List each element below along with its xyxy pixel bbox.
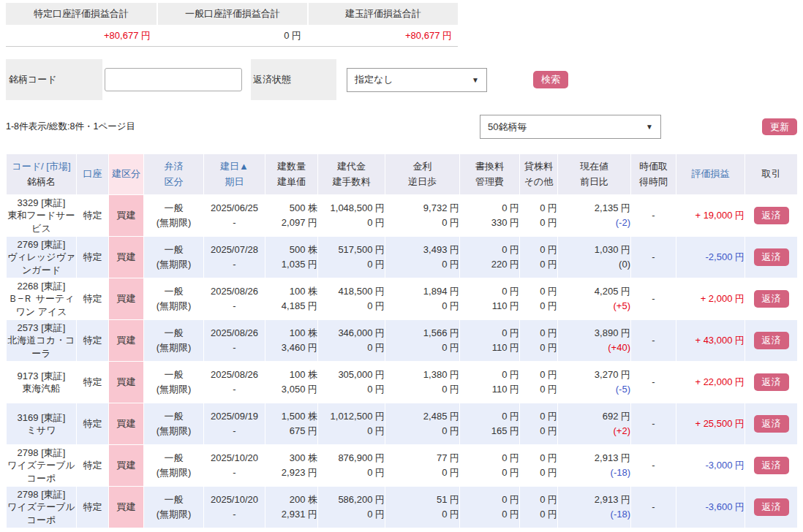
repay-button[interactable]: 返済 xyxy=(754,248,789,266)
repay-term: (無期限) xyxy=(144,466,203,480)
col-header-pl[interactable]: 評価損益 xyxy=(676,154,745,195)
stock-code-input[interactable] xyxy=(105,68,242,91)
repay-type: 一般 xyxy=(144,243,203,257)
cell-open-date: 2025/08/26- xyxy=(204,362,265,403)
unit-price: 3,050 円 xyxy=(265,382,317,397)
account: 特定 xyxy=(77,292,108,306)
cell-interest: 2,485 円0 円 xyxy=(385,403,460,445)
name: 東海汽船 xyxy=(7,382,76,395)
due-date: - xyxy=(204,424,265,438)
page-size-select[interactable]: 50銘柄毎 ▼ xyxy=(480,115,661,139)
cell-account: 特定 xyxy=(77,278,109,320)
repay-button[interactable]: 返済 xyxy=(754,373,789,391)
cell-rewrite-fee: 0 円330 円 xyxy=(460,195,520,237)
gyakuhibu: 0 円 xyxy=(385,507,459,522)
cell-trade: 返済 xyxy=(745,195,798,237)
unit-price: 3,460 円 xyxy=(265,341,317,355)
col-header-account[interactable]: 口座 xyxy=(77,154,109,195)
col-header-current-price-label: 現在値 xyxy=(558,159,630,175)
name: ワイズテーブルコーポ xyxy=(7,501,76,526)
amount: 418,500 円 xyxy=(318,284,385,299)
unit-price: 2,923 円 xyxy=(265,466,317,480)
col-header-repayment-type-label: 弁済 xyxy=(144,159,203,175)
current-price: 3,890 円 xyxy=(558,326,630,341)
cell-lending-fee: 0 円0 円 xyxy=(520,278,558,320)
day-change: (-5) xyxy=(558,382,630,397)
gyakuhibu: 0 円 xyxy=(385,466,459,480)
cell-position-type: 買建 xyxy=(109,320,144,362)
due-date: - xyxy=(204,257,265,272)
repay-status-select[interactable]: 指定なし ▼ xyxy=(347,68,487,92)
kashikabu: 0 円 xyxy=(520,451,557,466)
commission: 0 円 xyxy=(318,507,385,522)
cell-rewrite-fee: 0 円165 円 xyxy=(460,403,520,445)
qty: 500 株 xyxy=(265,201,317,216)
col-header-position-type[interactable]: 建区分 xyxy=(109,154,144,195)
kanrihi: 0 円 xyxy=(460,507,519,522)
open-date: 2025/09/19 xyxy=(204,409,265,424)
commission: 0 円 xyxy=(318,257,385,272)
col-header-repayment-type[interactable]: 弁済区分 xyxy=(144,154,204,195)
position: 買建 xyxy=(109,250,143,265)
position: 買建 xyxy=(109,333,143,348)
kakikae: 0 円 xyxy=(460,493,519,507)
cell-quantity-unitprice: 100 株4,185 円 xyxy=(265,278,318,320)
code: 2573 [東証] xyxy=(7,322,76,334)
amount: 586,200 円 xyxy=(318,493,385,507)
table-header-row: コード/ [市場]銘柄名口座建区分弁済区分建日▲期日建数量建単価建代金建手数料金… xyxy=(7,154,798,195)
cell-account: 特定 xyxy=(77,195,109,237)
code: 2798 [東証] xyxy=(7,488,76,501)
col-header-interest-label2: 逆日歩 xyxy=(385,175,459,190)
cell-pl: + 43,000 円 xyxy=(676,320,745,362)
cell-rewrite-fee: 0 円110 円 xyxy=(460,362,520,403)
col-header-amount-fee: 建代金建手数料 xyxy=(318,154,385,195)
cell-repayment-type: 一般(無期限) xyxy=(144,195,204,237)
repay-button[interactable]: 返済 xyxy=(754,498,789,516)
cell-trade: 返済 xyxy=(745,403,798,445)
cell-interest: 51 円0 円 xyxy=(385,487,460,528)
cell-code-name: 3329 [東証]東和フードサービス xyxy=(7,195,77,237)
cell-lending-fee: 0 円0 円 xyxy=(520,362,558,403)
col-header-quote-time-label: 時価取 xyxy=(631,159,676,175)
kanrihi: 110 円 xyxy=(460,382,519,397)
repay-button[interactable]: 返済 xyxy=(754,207,789,224)
col-header-account-label: 口座 xyxy=(77,167,108,182)
repay-button[interactable]: 返済 xyxy=(754,290,789,308)
open-date: 2025/06/25 xyxy=(204,201,265,216)
cell-quote-time: - xyxy=(631,445,676,487)
interest: 77 円 xyxy=(385,451,459,466)
repay-button[interactable]: 返済 xyxy=(754,457,789,474)
cell-repayment-type: 一般(無期限) xyxy=(144,362,204,403)
code: 3329 [東証] xyxy=(7,197,76,209)
amount: 1,048,500 円 xyxy=(318,201,385,216)
cell-amount-fee: 517,500 円0 円 xyxy=(318,237,385,278)
cell-rewrite-fee: 0 円0 円 xyxy=(460,445,520,487)
cell-rewrite-fee: 0 円110 円 xyxy=(460,320,520,362)
cell-open-date: 2025/10/20- xyxy=(204,445,265,487)
cell-amount-fee: 876,900 円0 円 xyxy=(318,445,385,487)
day-change: (-18) xyxy=(558,507,630,522)
current-price: 2,913 円 xyxy=(558,451,630,466)
repay-button[interactable]: 返済 xyxy=(754,332,789,349)
cell-position-type: 買建 xyxy=(109,362,144,403)
summary-value-tokutei: +80,677 円 xyxy=(6,25,157,46)
open-date: 2025/08/26 xyxy=(204,326,265,341)
col-header-open-date[interactable]: 建日▲期日 xyxy=(204,154,265,195)
cell-interest: 1,894 円0 円 xyxy=(385,278,460,320)
qty: 300 株 xyxy=(265,451,317,466)
kakikae: 0 円 xyxy=(460,326,519,341)
col-header-code-name[interactable]: コード/ [市場]銘柄名 xyxy=(7,154,77,195)
repay-button[interactable]: 返済 xyxy=(754,415,789,433)
repay-status-value: 指定なし xyxy=(355,73,393,86)
pl-summary: 特定口座評価損益合計 一般口座評価損益合計 建玉評価損益合計 +80,677 円… xyxy=(6,3,458,47)
cell-lending-fee: 0 円0 円 xyxy=(520,237,558,278)
cell-quantity-unitprice: 200 株2,931 円 xyxy=(265,487,318,528)
due-date: - xyxy=(204,382,265,397)
refresh-button[interactable]: 更新 xyxy=(762,118,797,136)
cell-open-date: 2025/06/25- xyxy=(204,195,265,237)
search-button[interactable]: 検索 xyxy=(533,71,568,88)
kanrihi: 220 円 xyxy=(460,257,519,272)
day-change: (-18) xyxy=(558,466,630,480)
kanrihi: 330 円 xyxy=(460,216,519,230)
sonota: 0 円 xyxy=(520,466,557,480)
